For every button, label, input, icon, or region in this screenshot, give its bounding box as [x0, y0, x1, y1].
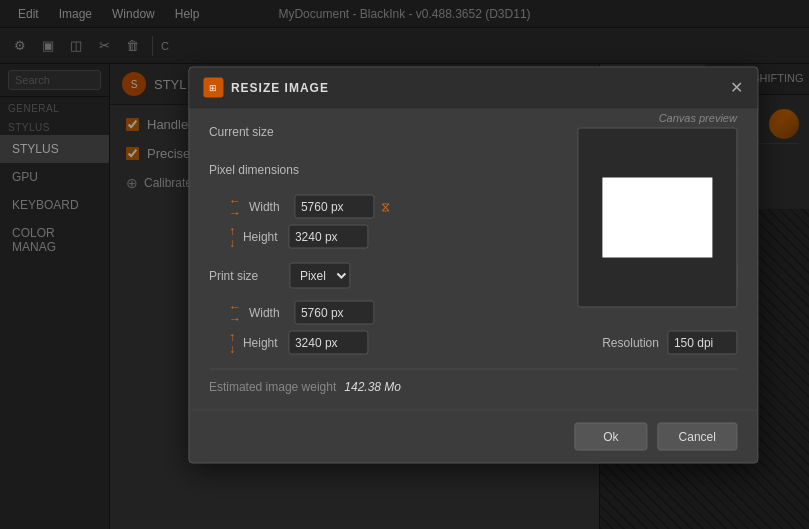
print-size-label: Print size: [209, 268, 279, 282]
estimated-label: Estimated image weight: [209, 379, 336, 393]
dialog-app-icon: ⊞: [203, 77, 223, 97]
ok-button[interactable]: Ok: [574, 422, 647, 450]
dialog-icon-symbol: ⊞: [209, 82, 217, 92]
resize-dialog: ⊞ RESIZE IMAGE ✕ Canvas preview Current …: [188, 66, 758, 463]
pixel-dimensions-label: Pixel dimensions: [209, 162, 299, 176]
resolution-input[interactable]: [667, 330, 737, 354]
close-icon[interactable]: ✕: [730, 78, 743, 97]
resolution-row: Resolution: [602, 330, 737, 354]
print-height-input[interactable]: [288, 330, 368, 354]
estimated-value: 142.38 Mo: [344, 379, 401, 393]
pixel-width-label: Width: [249, 199, 294, 213]
cancel-button[interactable]: Cancel: [658, 422, 737, 450]
link-icon: ⧖: [378, 198, 394, 214]
width-arrows: ← →: [229, 194, 241, 218]
right-arrow-icon: →: [229, 206, 241, 218]
dialog-header: ⊞ RESIZE IMAGE ✕: [189, 67, 757, 108]
resolution-label: Resolution: [602, 335, 659, 349]
print-height-row: ↑ ↓ Height Resolution: [229, 330, 737, 354]
dialog-title: RESIZE IMAGE: [231, 80, 329, 94]
print-down-arrow-icon: ↓: [229, 342, 235, 354]
pixel-unit-select[interactable]: Pixel: [289, 262, 350, 288]
down-arrow-icon: ↓: [229, 236, 235, 248]
dialog-body: Canvas preview Current size ↻ Pixel dime…: [189, 108, 757, 409]
print-height-label: Height: [243, 335, 288, 349]
print-width-input[interactable]: [294, 300, 374, 324]
canvas-preview-inner: [602, 177, 712, 257]
print-height-arrows: ↑ ↓: [229, 330, 235, 354]
height-arrows-vert: ↑ ↓: [229, 224, 235, 248]
pixel-height-label: Height: [243, 229, 288, 243]
canvas-preview-label: Canvas preview: [659, 111, 737, 123]
print-right-arrow-icon: →: [229, 312, 241, 324]
canvas-preview-box: [577, 127, 737, 307]
pixel-height-input[interactable]: [288, 224, 368, 248]
print-width-label: Width: [249, 305, 294, 319]
pixel-width-input[interactable]: [294, 194, 374, 218]
current-size-label: Current size: [209, 124, 274, 138]
estimated-row: Estimated image weight 142.38 Mo: [209, 368, 737, 393]
print-width-arrows: ← →: [229, 300, 241, 324]
dialog-footer: Ok Cancel: [189, 409, 757, 462]
